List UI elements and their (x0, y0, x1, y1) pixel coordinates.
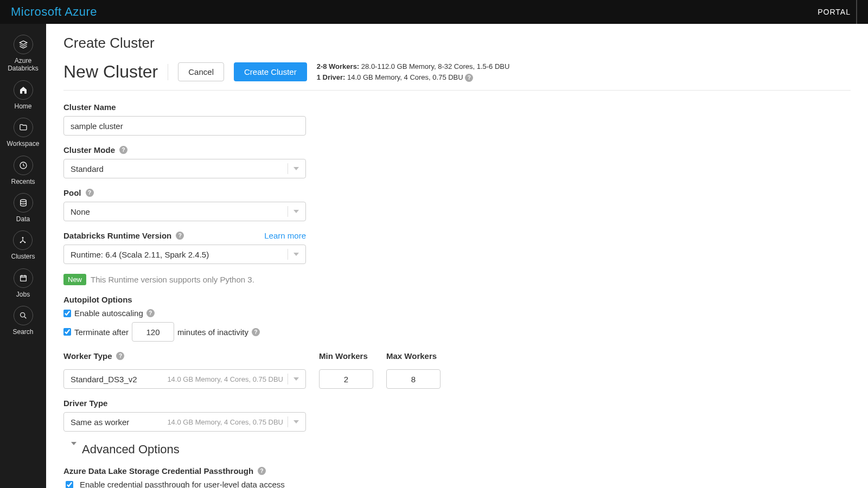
driver-type-select[interactable]: Same as worker 14.0 GB Memory, 4 Cores, … (63, 412, 306, 432)
cluster-mode-select[interactable]: Standard (63, 159, 306, 178)
adls-heading: Azure Data Lake Storage Credential Passt… (63, 466, 253, 476)
worker-type-label: Worker Type (63, 351, 112, 361)
help-icon[interactable]: ? (176, 232, 184, 240)
sidebar-item-label: Jobs (16, 291, 30, 298)
advanced-options-title: Advanced Options (82, 442, 180, 457)
cluster-summary: 2-8 Workers: 28.0-112.0 GB Memory, 8-32 … (317, 61, 510, 82)
sidebar-item-label: Data (16, 215, 30, 223)
sidebar-item-azure-databricks[interactable]: Azure Databricks (0, 35, 46, 73)
new-badge: New (63, 274, 86, 285)
calendar-icon (14, 268, 33, 288)
sidebar-item-label: Clusters (11, 253, 35, 260)
worker-type-meta: 14.0 GB Memory, 4 Cores, 0.75 DBU (167, 375, 283, 383)
sidebar: Azure Databricks Home Workspace Recents … (0, 24, 46, 488)
cluster-mode-label: Cluster Mode (63, 145, 115, 155)
summary-driver-label: 1 Driver: (317, 73, 346, 81)
pool-select[interactable]: None (63, 202, 306, 221)
autoscale-label: Enable autoscaling (74, 309, 143, 318)
sidebar-item-label: Workspace (7, 140, 40, 147)
sidebar-item-clusters[interactable]: Clusters (11, 230, 35, 260)
portal-link[interactable]: PORTAL (801, 0, 857, 24)
cluster-mode-value: Standard (71, 164, 288, 174)
pool-label: Pool (63, 188, 81, 197)
sidebar-item-label: Azure Databricks (0, 57, 46, 73)
help-icon[interactable]: ? (119, 146, 127, 154)
worker-type-select[interactable]: Standard_DS3_v2 14.0 GB Memory, 4 Cores,… (63, 369, 306, 389)
driver-type-meta: 14.0 GB Memory, 4 Cores, 0.75 DBU (167, 418, 283, 426)
home-icon (14, 80, 33, 100)
summary-driver-value: 14.0 GB Memory, 4 Cores, 0.75 DBU (347, 73, 463, 81)
runtime-note: New This Runtime version supports only P… (63, 274, 552, 285)
divider (168, 64, 168, 80)
terminate-suffix: minutes of inactivity (177, 328, 248, 337)
terminate-minutes-input[interactable] (132, 322, 174, 342)
worker-type-value: Standard_DS3_v2 (71, 375, 167, 384)
chevron-down-icon (288, 163, 299, 174)
create-cluster-button[interactable]: Create Cluster (234, 62, 307, 81)
terminate-checkbox[interactable] (63, 328, 71, 336)
sidebar-item-label: Recents (11, 178, 35, 185)
summary-workers-label: 2-8 Workers: (317, 62, 360, 70)
svg-point-2 (22, 237, 24, 239)
clock-icon (14, 156, 33, 175)
learn-more-link[interactable]: Learn more (264, 231, 306, 240)
summary-workers-value: 28.0-112.0 GB Memory, 8-32 Cores, 1.5-6 … (361, 62, 510, 70)
driver-type-value: Same as worker (71, 418, 167, 427)
terminate-prefix: Terminate after (74, 328, 129, 337)
svg-point-1 (20, 200, 26, 202)
sidebar-item-recents[interactable]: Recents (11, 156, 35, 185)
cancel-button[interactable]: Cancel (178, 62, 224, 81)
chevron-down-icon (288, 416, 299, 427)
pool-value: None (71, 207, 288, 216)
help-icon[interactable]: ? (86, 189, 94, 197)
runtime-select[interactable]: Runtime: 6.4 (Scala 2.11, Spark 2.4.5) (63, 245, 306, 264)
sidebar-item-jobs[interactable]: Jobs (14, 268, 33, 298)
database-icon (14, 193, 33, 213)
runtime-note-text: This Runtime version supports only Pytho… (91, 275, 254, 284)
breadcrumb: Create Cluster (63, 35, 851, 52)
sidebar-item-home[interactable]: Home (14, 80, 33, 110)
chevron-down-icon (288, 374, 299, 384)
help-icon[interactable]: ? (116, 352, 124, 360)
sidebar-item-data[interactable]: Data (14, 193, 33, 223)
help-icon[interactable]: ? (252, 328, 260, 336)
autoscale-checkbox[interactable] (63, 310, 71, 317)
top-header: Microsoft Azure PORTAL (0, 0, 868, 24)
driver-type-label: Driver Type (63, 399, 552, 408)
adls-checkbox-label: Enable credential passthrough for user-l… (80, 480, 285, 488)
autopilot-heading: Autopilot Options (63, 295, 552, 304)
chevron-down-icon (288, 206, 299, 217)
help-icon[interactable]: ? (146, 309, 155, 317)
sidebar-item-label: Home (14, 102, 31, 110)
sidebar-item-workspace[interactable]: Workspace (7, 118, 40, 147)
sidebar-item-search[interactable]: Search (12, 306, 33, 336)
page-title: New Cluster (63, 62, 158, 82)
chevron-down-icon (288, 249, 299, 260)
brand-logo: Microsoft Azure (11, 5, 97, 19)
folder-icon (14, 118, 33, 137)
min-workers-input[interactable] (319, 369, 373, 389)
caret-down-icon (71, 445, 76, 454)
svg-point-6 (20, 313, 24, 317)
search-icon (14, 306, 33, 325)
network-icon (13, 230, 33, 250)
layers-icon (14, 35, 33, 54)
help-icon[interactable]: ? (258, 467, 266, 475)
max-workers-label: Max Workers (386, 351, 441, 361)
svg-rect-5 (20, 275, 26, 281)
runtime-label: Databricks Runtime Version (63, 231, 171, 240)
max-workers-input[interactable] (386, 369, 441, 389)
adls-passthrough-checkbox[interactable] (66, 481, 73, 489)
sidebar-item-label: Search (12, 328, 33, 336)
main-content: Create Cluster New Cluster Cancel Create… (46, 24, 868, 488)
min-workers-label: Min Workers (319, 351, 373, 361)
cluster-name-input[interactable] (63, 116, 306, 136)
cluster-name-label: Cluster Name (63, 102, 552, 112)
help-icon[interactable]: ? (465, 74, 473, 82)
runtime-value: Runtime: 6.4 (Scala 2.11, Spark 2.4.5) (71, 250, 288, 259)
title-row: New Cluster Cancel Create Cluster 2-8 Wo… (63, 61, 851, 91)
advanced-options-toggle[interactable]: Advanced Options (71, 442, 552, 457)
